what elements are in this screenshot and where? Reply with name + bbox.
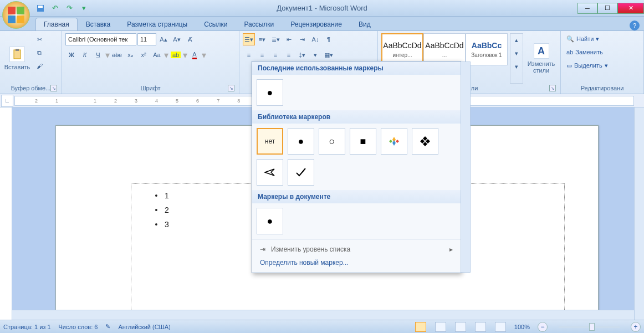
section-doc: Маркеры в документе <box>252 190 461 203</box>
define-new-bullet[interactable]: Определить новый маркер... <box>258 256 455 269</box>
italic-button[interactable]: К <box>79 49 91 61</box>
bold-button[interactable]: Ж <box>65 49 78 61</box>
font-color-button[interactable]: A <box>188 49 201 61</box>
change-case-button[interactable]: Aa <box>151 49 163 61</box>
change-styles-icon: A <box>534 43 549 59</box>
view-outline-icon[interactable] <box>475 322 486 332</box>
maximize-button[interactable]: ☐ <box>597 3 617 14</box>
bullet-none[interactable]: нет <box>257 128 283 155</box>
close-button[interactable]: ✕ <box>617 3 644 14</box>
minimize-button[interactable]: ─ <box>577 3 597 14</box>
vertical-scrollbar[interactable] <box>634 107 644 320</box>
subscript-button[interactable]: x₂ <box>124 49 136 61</box>
copy-icon[interactable]: ⧉ <box>33 47 45 59</box>
save-icon[interactable] <box>34 2 47 14</box>
cut-icon[interactable]: ✂ <box>33 33 45 45</box>
status-words[interactable]: Число слов: 6 <box>59 324 98 330</box>
styles-scroll-up-icon[interactable]: ▴ <box>510 34 523 46</box>
bullet-recent-disc[interactable]: ● <box>257 79 283 106</box>
horizontal-scrollbar[interactable] <box>12 310 634 320</box>
view-draft-icon[interactable] <box>495 322 506 332</box>
status-language[interactable]: Английский (США) <box>118 324 170 330</box>
clipboard-launcher-icon[interactable]: ↘ <box>50 85 57 91</box>
multilevel-button[interactable]: ≣▾ <box>269 33 282 45</box>
change-styles-button[interactable]: A Изменить стили <box>525 33 557 84</box>
view-print-layout-icon[interactable] <box>415 322 426 332</box>
zoom-slider[interactable] <box>559 326 620 328</box>
styles-more-icon[interactable]: ▾ <box>510 60 523 73</box>
find-button[interactable]: 🔍Найти ▾ <box>564 33 640 44</box>
underline-button[interactable]: Ч <box>92 49 104 61</box>
tab-view[interactable]: Вид <box>350 18 379 30</box>
replace-button[interactable]: abЗаменить <box>564 47 640 58</box>
outdent-button[interactable]: ⇤ <box>283 33 295 45</box>
office-logo-icon <box>8 7 24 23</box>
undo-icon[interactable]: ↶ <box>49 2 61 14</box>
dropdown-scrollbar[interactable] <box>461 62 471 273</box>
tab-selector-icon[interactable]: ∟ <box>1 95 13 107</box>
numbering-button[interactable]: ≡▾ <box>256 33 268 45</box>
bullet-check-icon[interactable] <box>288 159 314 186</box>
bullet-4diamond-icon[interactable] <box>381 128 407 155</box>
paste-label: Вставить <box>4 64 30 70</box>
svg-marker-8 <box>423 136 427 141</box>
align-center-button[interactable]: ≡ <box>256 49 268 61</box>
bullet-square[interactable]: ■ <box>350 128 376 155</box>
tab-mailings[interactable]: Рассылки <box>236 18 282 30</box>
style-item-heading1[interactable]: AaBbCcЗаголовок 1 <box>466 33 508 65</box>
help-icon[interactable]: ? <box>630 21 640 30</box>
font-name-select[interactable] <box>65 33 136 45</box>
view-web-icon[interactable] <box>455 322 466 332</box>
format-painter-icon[interactable]: 🖌 <box>33 60 45 72</box>
redo-icon[interactable]: ↷ <box>63 2 75 14</box>
align-left-button[interactable]: ≡ <box>243 49 255 61</box>
align-right-button[interactable]: ≡ <box>269 49 282 61</box>
svg-marker-7 <box>396 140 399 143</box>
font-size-select[interactable] <box>137 33 156 45</box>
highlight-button[interactable]: ab <box>170 49 182 61</box>
pilcrow-button[interactable]: ¶ <box>323 33 335 45</box>
bullet-dropdown: Последние использованные маркеры ● Библи… <box>252 61 461 273</box>
bullet-doc-disc[interactable]: ● <box>257 208 283 234</box>
bullet-circle[interactable]: ○ <box>319 128 345 155</box>
shading-button[interactable]: ▾ <box>309 49 321 61</box>
bullet-disc[interactable]: ● <box>288 128 314 155</box>
zoom-out-button[interactable]: − <box>538 322 548 332</box>
tab-home[interactable]: Главная <box>35 18 78 30</box>
bullet-arrow-icon[interactable] <box>257 159 283 186</box>
strike-button[interactable]: abc <box>111 49 123 61</box>
indent-button[interactable]: ⇥ <box>296 33 308 45</box>
group-label-font: Шрифт↘ <box>65 84 236 94</box>
grow-font-icon[interactable]: A▴ <box>157 33 170 45</box>
zoom-level[interactable]: 100% <box>514 324 530 330</box>
styles-scroll-down-icon[interactable]: ▾ <box>510 47 523 59</box>
view-fullscreen-icon[interactable] <box>435 322 446 332</box>
tab-references[interactable]: Ссылки <box>196 18 236 30</box>
styles-launcher-icon[interactable]: ↘ <box>549 85 556 91</box>
justify-button[interactable]: ≡ <box>283 49 295 61</box>
paste-icon <box>9 47 25 62</box>
status-page[interactable]: Страница: 1 из 1 <box>3 324 51 330</box>
vertical-ruler[interactable] <box>0 107 12 320</box>
window-controls: ─ ☐ ✕ <box>577 3 644 14</box>
select-button[interactable]: ▭Выделить ▾ <box>564 60 640 71</box>
svg-marker-6 <box>389 140 392 143</box>
bullet-4black-diamond-icon[interactable] <box>412 128 438 155</box>
clear-format-icon[interactable]: Ⱥ <box>184 33 196 45</box>
sort-button[interactable]: A↓ <box>309 33 321 45</box>
font-launcher-icon[interactable]: ↘ <box>228 85 234 91</box>
shrink-font-icon[interactable]: A▾ <box>171 33 183 45</box>
superscript-button[interactable]: x² <box>137 49 150 61</box>
line-spacing-button[interactable]: ‡▾ <box>296 49 308 61</box>
borders-button[interactable]: ▦▾ <box>323 49 335 61</box>
group-label-editing: Редактировани <box>564 84 640 94</box>
tab-review[interactable]: Рецензирование <box>282 18 350 30</box>
bullets-button[interactable]: ☰▾ <box>243 33 255 45</box>
qat-more-icon[interactable]: ▾ <box>78 2 90 14</box>
tab-insert[interactable]: Вставка <box>78 18 119 30</box>
office-button[interactable] <box>2 1 30 29</box>
zoom-in-button[interactable]: + <box>631 322 641 332</box>
paste-button[interactable]: Вставить <box>3 33 31 84</box>
tab-layout[interactable]: Разметка страницы <box>119 18 196 30</box>
proofing-icon[interactable]: ✎ <box>105 323 110 330</box>
